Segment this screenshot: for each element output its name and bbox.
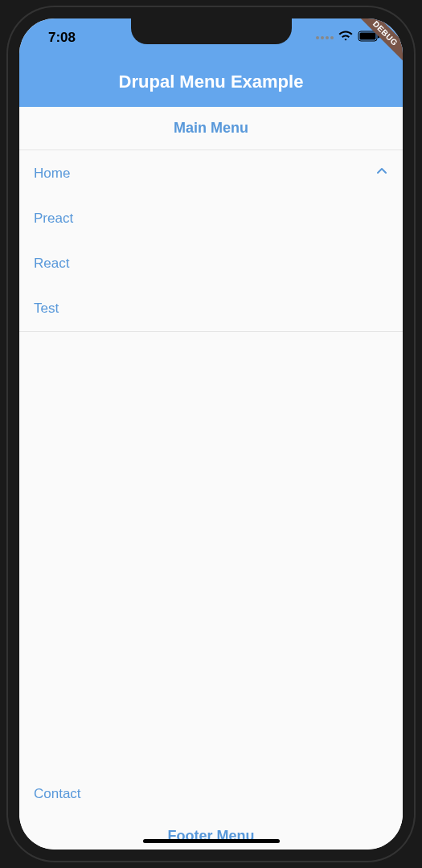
footer-menu-header: Footer Menu xyxy=(19,817,403,850)
svg-rect-1 xyxy=(360,33,376,40)
app-bar: Drupal Menu Example xyxy=(19,57,403,107)
chevron-up-icon[interactable] xyxy=(375,165,388,182)
wifi-icon xyxy=(338,31,353,45)
menu-item-label: Test xyxy=(34,301,59,317)
status-icons xyxy=(316,31,380,45)
main-menu-header: Main Menu xyxy=(19,107,403,150)
menu-item-home[interactable]: Home xyxy=(19,150,403,196)
menu-item-label: Contact xyxy=(34,786,81,801)
menu-item-react[interactable]: React xyxy=(19,241,403,286)
menu-item-label: React xyxy=(34,256,69,272)
menu-item-test[interactable]: Test xyxy=(19,286,403,331)
menu-item-contact[interactable]: Contact xyxy=(19,772,403,817)
cellular-signal-icon xyxy=(316,36,334,39)
phone-frame: DEBUG 7:08 xyxy=(8,7,414,861)
app-title: Drupal Menu Example xyxy=(119,72,304,92)
status-time: 7:08 xyxy=(48,30,76,46)
phone-screen: DEBUG 7:08 xyxy=(19,18,403,850)
menu-item-label: Preact xyxy=(34,211,73,227)
notch xyxy=(131,18,292,44)
menu-item-preact[interactable]: Preact xyxy=(19,196,403,241)
content-area: Main Menu Home Preact React xyxy=(19,107,403,850)
menu-item-label: Home xyxy=(34,166,70,182)
home-indicator[interactable] xyxy=(143,839,280,843)
main-menu-list: Home Preact React Test xyxy=(19,150,403,332)
spacer xyxy=(19,332,403,772)
